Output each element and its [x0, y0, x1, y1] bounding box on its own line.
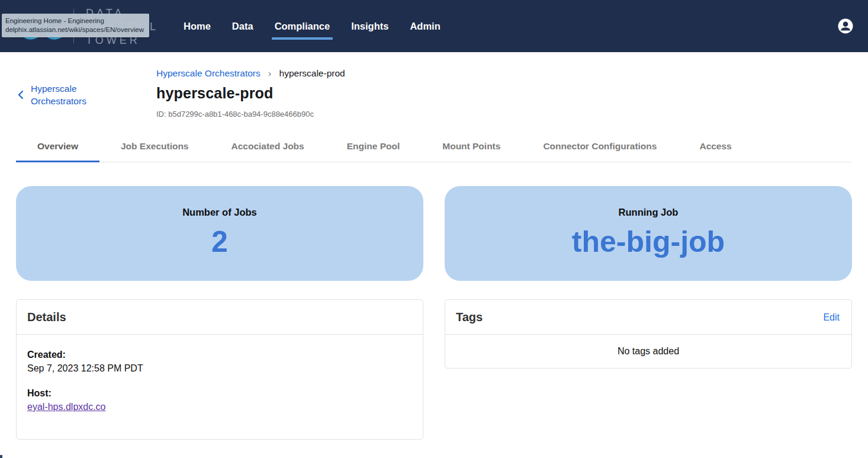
primary-nav: Home Data Compliance Insights Admin: [173, 17, 451, 36]
tab-accociated-jobs[interactable]: Accociated Jobs: [210, 133, 326, 162]
lower-row: Details Created: Sep 7, 2023 12:58 PM PD…: [16, 299, 852, 440]
nav-item-data[interactable]: Data: [221, 17, 264, 36]
host-link[interactable]: eyal-hps.dlpxdc.co: [27, 402, 106, 412]
host-label: Host:: [27, 388, 412, 399]
app-root: DATA CONTROL TOWER Home Data Compliance …: [0, 0, 868, 458]
tab-bar: Overview Job Executions Accociated Jobs …: [16, 133, 852, 162]
nav-item-insights[interactable]: Insights: [340, 17, 399, 36]
details-card-body: Created: Sep 7, 2023 12:58 PM PDT Host: …: [17, 335, 423, 439]
created-label: Created:: [27, 350, 412, 360]
summary-card-label: Number of Jobs: [182, 207, 257, 218]
summary-row: Number of Jobs 2 Running Job the-big-job: [16, 186, 852, 281]
nav-item-compliance[interactable]: Compliance: [264, 17, 341, 36]
page-title: hyperscale-prod: [156, 85, 345, 102]
details-card: Details Created: Sep 7, 2023 12:58 PM PD…: [16, 299, 423, 440]
tab-mount-points[interactable]: Mount Points: [421, 133, 522, 162]
tab-access[interactable]: Access: [678, 133, 753, 162]
tab-job-executions[interactable]: Job Executions: [99, 133, 210, 162]
summary-card-label: Running Job: [619, 207, 679, 218]
link-preview-tooltip: Engineering Home - Engineering delphix.a…: [2, 14, 149, 37]
nav-item-home[interactable]: Home: [173, 17, 221, 36]
breadcrumb: Hyperscale Orchestrators › hyperscale-pr…: [156, 68, 345, 79]
tooltip-url: delphix.atlassian.net/wiki/spaces/EN/ove…: [5, 25, 144, 34]
edit-tags-link[interactable]: Edit: [823, 312, 840, 323]
host-field: Host: eyal-hps.dlpxdc.co: [27, 388, 412, 412]
tags-card-header: Tags Edit: [445, 300, 851, 335]
running-job-card: Running Job the-big-job: [445, 186, 852, 281]
tab-engine-pool[interactable]: Engine Pool: [326, 133, 422, 162]
user-avatar-button[interactable]: [837, 18, 854, 34]
breadcrumb-parent-link[interactable]: Hyperscale Orchestrators: [156, 68, 261, 78]
tags-card-title: Tags: [456, 310, 483, 324]
tags-empty-message: No tags added: [618, 346, 679, 356]
back-link-label: Hyperscale Orchestrators: [31, 82, 102, 107]
created-value: Sep 7, 2023 12:58 PM PDT: [27, 363, 412, 374]
page-head: Hyperscale Orchestrators Hyperscale Orch…: [0, 52, 868, 118]
details-card-title: Details: [27, 310, 66, 324]
tags-card-body: No tags added: [445, 335, 851, 368]
tooltip-title: Engineering Home - Engineering: [5, 17, 144, 25]
number-of-jobs-card: Number of Jobs 2: [16, 186, 423, 281]
page-head-main: Hyperscale Orchestrators › hyperscale-pr…: [156, 68, 345, 118]
breadcrumb-current: hyperscale-prod: [279, 68, 345, 78]
tags-card: Tags Edit No tags added: [445, 299, 852, 369]
summary-card-value: the-big-job: [572, 227, 725, 257]
bottom-corner-artifact: [0, 455, 2, 458]
summary-card-value: 2: [211, 227, 228, 257]
created-field: Created: Sep 7, 2023 12:58 PM PDT: [27, 350, 412, 374]
details-card-header: Details: [17, 300, 423, 335]
back-link[interactable]: Hyperscale Orchestrators: [16, 82, 156, 107]
tab-connector-configurations[interactable]: Connector Configurations: [522, 133, 678, 162]
nav-item-admin[interactable]: Admin: [399, 17, 451, 36]
breadcrumb-separator-icon: ›: [268, 68, 271, 78]
tab-overview[interactable]: Overview: [16, 133, 99, 162]
entity-id: ID: b5d7299c-a8b1-468c-ba94-9c88e466b90c: [156, 110, 345, 118]
account-circle-icon: [837, 18, 854, 34]
chevron-left-icon: [17, 89, 25, 100]
